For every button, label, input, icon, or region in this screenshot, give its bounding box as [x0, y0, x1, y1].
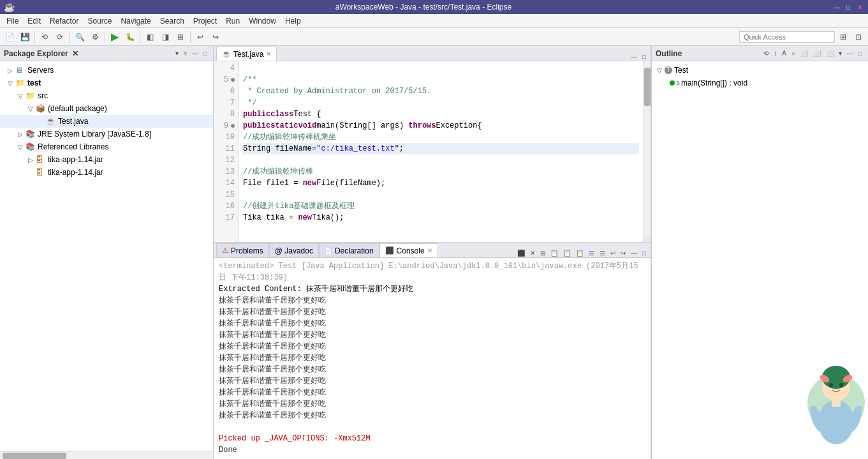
toolbar-btn-12[interactable]: ⊡	[851, 30, 865, 44]
toolbar-btn-10[interactable]: ↩	[193, 30, 207, 44]
console-btn7[interactable]: ☰	[587, 249, 596, 257]
tab-testjava-close[interactable]: ✕	[266, 50, 271, 57]
console-btn3[interactable]: ⊞	[538, 249, 547, 257]
menu-refactor[interactable]: Refactor	[46, 15, 82, 27]
tree-item-referenced-libs[interactable]: ▽ 📚 Referenced Libraries	[0, 140, 213, 153]
avatar-svg	[753, 352, 868, 448]
outline-btn7[interactable]: ⬜	[824, 49, 835, 57]
close-button[interactable]: ✕	[855, 3, 864, 11]
editor-tabs: ☕ Test.java ✕ — □	[214, 46, 651, 61]
console-max-btn[interactable]: □	[640, 249, 648, 257]
console-repeat-7: 抹茶千居和谐董千居那个更好吃	[219, 364, 645, 375]
outline-min-btn[interactable]: —	[845, 49, 855, 57]
tree-item-servers[interactable]: ▷ 🖥 Servers	[0, 64, 213, 77]
tree-item-tika2[interactable]: 🗄 tika-app-1.14.jar	[0, 166, 213, 179]
outline-btn8[interactable]: ▾	[837, 49, 844, 57]
code-content-area[interactable]: /** * Created by Administrator on 2017/5…	[239, 61, 643, 242]
toolbar-btn-8[interactable]: ◨	[158, 30, 172, 44]
console-repeat-11: 抹茶千居和谐董千居那个更好吃	[219, 410, 645, 421]
tab-console-close[interactable]: ✕	[427, 247, 432, 254]
pkg-min-button[interactable]: —	[190, 49, 200, 57]
tab-declaration[interactable]: 📄 Declaration	[319, 243, 379, 257]
outline-btn5[interactable]: ⬜	[798, 49, 810, 57]
toolbar-btn-run[interactable]: ▶	[108, 30, 122, 44]
menu-search[interactable]: Search	[156, 15, 188, 27]
tab-problems[interactable]: ⚠ Problems	[216, 243, 269, 257]
toolbar-btn-11[interactable]: ↪	[209, 30, 223, 44]
maximize-button[interactable]: □	[844, 3, 853, 11]
outline-btn4[interactable]: ○	[790, 49, 797, 57]
tree-item-testjava[interactable]: ☕ Test.java	[0, 115, 213, 128]
console-btn4[interactable]: 📋	[548, 249, 560, 257]
toolbar-btn-5[interactable]: 🔍	[73, 30, 87, 44]
outline-btn3[interactable]: A	[780, 49, 788, 57]
pkg-menu-button[interactable]: ▿	[182, 49, 189, 57]
menu-file[interactable]: File	[3, 15, 22, 27]
tab-console[interactable]: ⬛ Console ✕	[379, 243, 438, 257]
code-line-14: File file1 = new File(fileName);	[243, 177, 639, 189]
toolbar-new-button[interactable]: 📄	[3, 30, 17, 44]
src-arrow: ▽	[18, 93, 26, 100]
outline-item-test-class[interactable]: ▽ T Test	[654, 64, 865, 77]
menu-project[interactable]: Project	[189, 15, 221, 27]
editor-tab-testjava[interactable]: ☕ Test.java ✕	[216, 47, 277, 61]
pkg-collapse-button[interactable]: ▾	[173, 49, 180, 57]
editor-vscroll[interactable]	[643, 61, 651, 242]
menu-help[interactable]: Help	[281, 15, 305, 27]
declaration-icon: 📄	[325, 247, 332, 254]
bottom-tabs: ⚠ Problems @ Javadoc 📄 Declaration ⬛ Con…	[214, 243, 651, 258]
quick-access-input[interactable]	[739, 31, 835, 43]
linenum-4: 4	[217, 63, 235, 74]
menu-navigate[interactable]: Navigate	[117, 15, 154, 27]
tab-javadoc[interactable]: @ Javadoc	[269, 243, 319, 257]
tree-item-tika1[interactable]: ▷ 🗄 tika-app-1.14.jar	[0, 153, 213, 166]
outline-btn6[interactable]: ⬜	[811, 49, 823, 57]
outline-btn2[interactable]: ↕	[772, 49, 779, 57]
toolbar-btn-4[interactable]: ⟳	[53, 30, 67, 44]
servers-icon: 🖥	[15, 66, 26, 75]
pkg-explorer-hscroll[interactable]	[0, 451, 213, 459]
test-project-icon: 📁	[15, 79, 26, 87]
outline-btn1[interactable]: ⟲	[761, 49, 770, 57]
tree-item-default-package[interactable]: ▽ 📦 (default package)	[0, 102, 213, 115]
console-btn10[interactable]: ↪	[619, 249, 628, 257]
console-btn9[interactable]: ↩	[608, 249, 617, 257]
tree-item-src[interactable]: ▽ 📁 src	[0, 89, 213, 102]
editor-tab-controls: — □	[629, 52, 648, 61]
console-min-btn[interactable]: —	[629, 249, 639, 257]
avatar-decoration	[753, 352, 868, 448]
menu-window[interactable]: Window	[245, 15, 280, 27]
console-repeat-2: 抹茶千居和谐董千居那个更好吃	[219, 306, 645, 318]
console-repeat-4: 抹茶千居和谐董千居那个更好吃	[219, 329, 645, 341]
outline-item-main-method[interactable]: S main(String[]) : void	[654, 77, 865, 89]
console-btn8[interactable]: ☰	[598, 249, 607, 257]
svg-rect-6	[832, 399, 841, 407]
toolbar-btn-debug[interactable]: 🐛	[123, 30, 137, 44]
console-btn6[interactable]: 📋	[574, 249, 585, 257]
toolbar-btn-6[interactable]: ⚙	[88, 30, 102, 44]
editor-maximize-icon[interactable]: □	[640, 52, 648, 61]
tree-item-test-project[interactable]: ▽ 📁 test	[0, 77, 213, 89]
problems-label: Problems	[231, 246, 263, 255]
menu-edit[interactable]: Edit	[24, 15, 45, 27]
toolbar-btn-7[interactable]: ◧	[143, 30, 157, 44]
editor-minimize-icon[interactable]: —	[629, 52, 639, 61]
toolbar-btn-2[interactable]: 💾	[18, 30, 32, 44]
main-area: Package Explorer ✕ ▾ ▿ — □ ▷ 🖥 Servers ▽…	[0, 46, 868, 459]
titlebar: ☕ aWorkspaceWeb - Java - test/src/Test.j…	[0, 0, 868, 14]
outline-max-btn[interactable]: □	[857, 49, 864, 57]
toolbar-btn-perspective[interactable]: ⊞	[836, 30, 850, 44]
titlebar-icon: ☕	[4, 2, 15, 12]
menu-source[interactable]: Source	[84, 15, 115, 27]
pkg-max-button[interactable]: □	[202, 49, 209, 57]
console-close2-icon[interactable]: ✕	[528, 249, 537, 257]
svg-point-3	[829, 383, 833, 387]
console-btn5[interactable]: 📋	[561, 249, 573, 257]
tree-item-jre[interactable]: ▷ 📚 JRE System Library [JavaSE-1.8]	[0, 128, 213, 140]
minimize-button[interactable]: —	[832, 3, 841, 11]
src-icon: 📁	[26, 91, 36, 100]
toolbar-btn-3[interactable]: ⟲	[38, 30, 52, 44]
toolbar-btn-9[interactable]: ⊞	[173, 30, 188, 44]
console-stop-icon[interactable]: ⬛	[515, 249, 527, 257]
menu-run[interactable]: Run	[222, 15, 244, 27]
